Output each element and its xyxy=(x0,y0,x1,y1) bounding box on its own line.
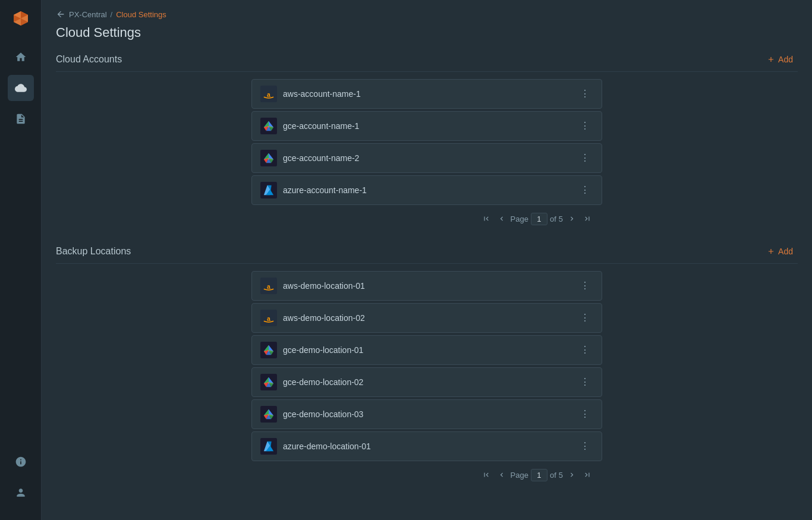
page-title: Cloud Settings xyxy=(56,25,798,40)
backup-location-menu-button[interactable]: ⋮ xyxy=(577,279,593,293)
backup-location-menu-button[interactable]: ⋮ xyxy=(577,407,593,421)
backup-locations-title: Backup Locations xyxy=(56,246,131,257)
cloud-account-name: aws-account-name-1 xyxy=(283,89,361,99)
back-button[interactable] xyxy=(56,10,65,19)
cloud-account-menu-button[interactable]: ⋮ xyxy=(577,119,593,133)
of-label: of xyxy=(550,471,556,480)
cloud-account-menu-button[interactable]: ⋮ xyxy=(577,183,593,197)
of-label: of xyxy=(550,215,556,223)
gce-icon xyxy=(260,406,277,423)
sidebar-item-user[interactable] xyxy=(8,480,34,506)
backup-location-item: gce-demo-location-01 ⋮ xyxy=(251,335,602,365)
svg-text:a: a xyxy=(267,91,270,98)
breadcrumb: PX-Central / Cloud Settings xyxy=(56,10,798,19)
cloud-accounts-section: Cloud Accounts Add a aws-account- xyxy=(42,52,812,244)
main-content: PX-Central / Cloud Settings Cloud Settin… xyxy=(42,0,812,520)
backup-location-name: azure-demo-location-01 xyxy=(283,442,371,451)
azure-icon xyxy=(260,182,277,198)
aws-icon: a xyxy=(260,310,277,326)
backup-location-menu-button[interactable]: ⋮ xyxy=(577,375,593,389)
cloud-account-item: azure-account-name-1 ⋮ xyxy=(251,175,602,205)
backup-location-item: gce-demo-location-03 ⋮ xyxy=(251,399,602,429)
cloud-accounts-header: Cloud Accounts Add xyxy=(56,52,798,72)
first-page-button[interactable] xyxy=(480,212,493,225)
next-page-button[interactable] xyxy=(565,468,578,481)
first-page-button[interactable] xyxy=(480,468,493,481)
page-label: Page xyxy=(511,215,528,223)
svg-text:a: a xyxy=(267,315,270,322)
backup-location-name: gce-demo-location-02 xyxy=(283,377,363,387)
backup-locations-section: Backup Locations Add a aws-demo-l xyxy=(42,244,812,500)
cloud-account-menu-button[interactable]: ⋮ xyxy=(577,87,593,101)
backup-location-name: gce-demo-location-03 xyxy=(283,409,363,419)
backup-locations-pagination: Page 1 of 5 xyxy=(251,464,602,486)
azure-icon xyxy=(260,438,277,455)
backup-location-name: gce-demo-location-01 xyxy=(283,345,363,355)
sidebar-item-cloud[interactable] xyxy=(8,75,34,101)
backup-locations-header: Backup Locations Add xyxy=(56,244,798,264)
svg-text:a: a xyxy=(267,283,270,290)
backup-location-item: azure-demo-location-01 ⋮ xyxy=(251,431,602,461)
backup-location-item: a aws-demo-location-01 ⋮ xyxy=(251,271,602,301)
last-page-button[interactable] xyxy=(581,468,594,481)
cloud-account-item: gce-account-name-1 ⋮ xyxy=(251,111,602,141)
app-logo[interactable] xyxy=(10,7,32,30)
total-pages: 5 xyxy=(559,471,563,480)
cloud-account-name: azure-account-name-1 xyxy=(283,185,367,195)
backup-location-menu-button[interactable]: ⋮ xyxy=(577,439,593,453)
sidebar-bottom xyxy=(8,449,34,506)
sidebar-nav xyxy=(8,44,34,449)
gce-icon xyxy=(260,374,277,390)
cloud-account-item: a aws-account-name-1 ⋮ xyxy=(251,79,602,109)
backup-location-menu-button[interactable]: ⋮ xyxy=(577,311,593,325)
total-pages: 5 xyxy=(559,215,563,223)
backup-location-name: aws-demo-location-01 xyxy=(283,281,365,291)
sidebar xyxy=(0,0,42,520)
cloud-account-name: gce-account-name-1 xyxy=(283,121,359,131)
backup-location-menu-button[interactable]: ⋮ xyxy=(577,343,593,357)
gce-icon xyxy=(260,342,277,358)
cloud-accounts-pagination: Page 1 of 5 xyxy=(251,207,602,230)
prev-page-button[interactable] xyxy=(495,212,508,225)
prev-page-button[interactable] xyxy=(495,468,508,481)
page-label: Page xyxy=(511,471,528,480)
cloud-accounts-list: a aws-account-name-1 ⋮ xyxy=(251,79,602,230)
backup-locations-list: a aws-demo-location-01 ⋮ a xyxy=(251,271,602,486)
sidebar-item-info[interactable] xyxy=(8,449,34,475)
sidebar-item-home[interactable] xyxy=(8,44,34,70)
sidebar-item-docs[interactable] xyxy=(8,106,34,132)
current-page: 1 xyxy=(531,469,547,481)
backup-location-name: aws-demo-location-02 xyxy=(283,313,365,323)
backup-location-item: gce-demo-location-02 ⋮ xyxy=(251,367,602,397)
cloud-account-item: gce-account-name-2 ⋮ xyxy=(251,143,602,173)
breadcrumb-current: Cloud Settings xyxy=(116,10,166,19)
backup-locations-add-button[interactable]: Add xyxy=(762,244,798,259)
breadcrumb-parent[interactable]: PX-Central xyxy=(69,10,107,19)
cloud-account-menu-button[interactable]: ⋮ xyxy=(577,151,593,165)
current-page: 1 xyxy=(531,213,547,225)
backup-location-item: a aws-demo-location-02 ⋮ xyxy=(251,303,602,333)
gce-icon xyxy=(260,150,277,166)
breadcrumb-separator: / xyxy=(111,10,113,19)
next-page-button[interactable] xyxy=(565,212,578,225)
gce-icon xyxy=(260,118,277,134)
aws-icon: a xyxy=(260,278,277,294)
cloud-accounts-add-button[interactable]: Add xyxy=(762,52,798,67)
cloud-account-name: gce-account-name-2 xyxy=(283,153,359,163)
cloud-accounts-title: Cloud Accounts xyxy=(56,54,122,65)
last-page-button[interactable] xyxy=(581,212,594,225)
page-header: PX-Central / Cloud Settings Cloud Settin… xyxy=(42,0,812,52)
aws-icon: a xyxy=(260,86,277,102)
